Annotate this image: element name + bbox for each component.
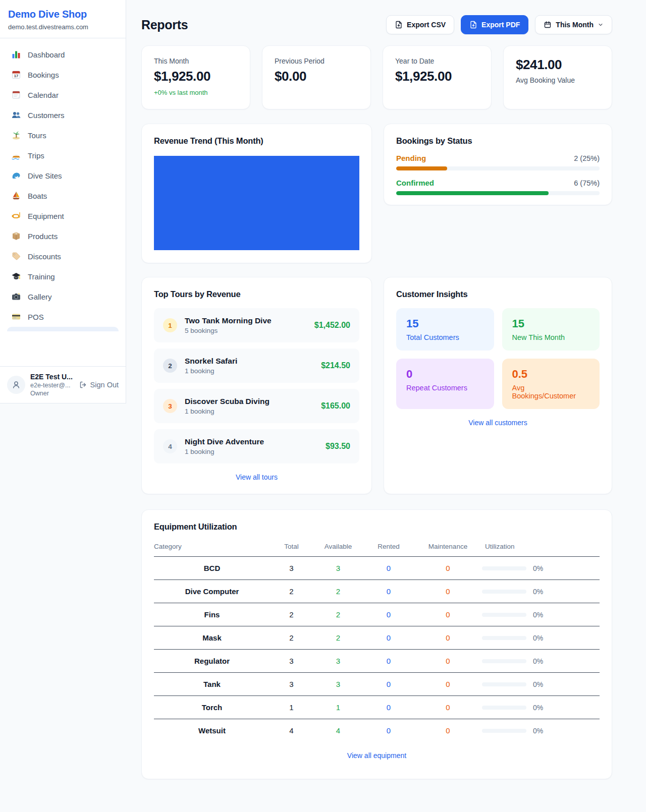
utilization-bar	[482, 729, 526, 733]
tour-row: 4 Night Dive Adventure 1 booking $93.50	[154, 429, 359, 463]
island-icon	[11, 130, 21, 140]
tour-name: Night Dive Adventure	[185, 437, 264, 446]
page-header: Reports Export CSV Export PDF This Month	[141, 15, 612, 34]
tour-amount: $214.50	[321, 361, 350, 370]
table-row: Torch 1 1 0 0 0%	[154, 696, 600, 719]
cell-utilization: 0%	[482, 696, 600, 719]
sidebar-item-label: Bookings	[28, 71, 59, 79]
stat-label: Avg Booking Value	[516, 76, 600, 84]
equipment-title: Equipment Utilization	[154, 522, 600, 532]
export-pdf-button[interactable]: Export PDF	[461, 15, 528, 34]
sidebar-item-discounts[interactable]: Discounts	[4, 246, 122, 266]
sidebar-item-customers[interactable]: Customers	[4, 105, 122, 125]
sidebar-nav: Dashboard 17 Bookings Calendar Customers…	[0, 38, 126, 366]
utilization-bar	[482, 613, 526, 617]
sidebar: Demo Dive Shop demo.test.divestreams.com…	[0, 0, 126, 403]
page-title: Reports	[141, 18, 188, 32]
sidebar-item-label: Equipment	[28, 212, 64, 220]
stat-delta: +0% vs last month	[154, 89, 238, 96]
equipment-utilization-card: Equipment Utilization Category Total Ava…	[141, 509, 612, 779]
col-header-maintenance: Maintenance	[414, 539, 482, 557]
sidebar-item-label: Training	[28, 272, 55, 281]
sidebar-item-label: Gallery	[28, 293, 52, 301]
person-icon	[11, 380, 21, 390]
sidebar-item-gallery[interactable]: Gallery	[4, 286, 122, 307]
avatar	[7, 376, 25, 394]
revenue-trend-card: Revenue Trend (This Month)	[141, 124, 372, 263]
cell-total: 2	[270, 626, 313, 650]
sign-out-label: Sign Out	[90, 381, 119, 389]
sign-out-button[interactable]: Sign Out	[79, 381, 119, 389]
insight-tile-new-this-month: 15 New This Month	[502, 308, 600, 351]
cell-maintenance: 0	[414, 603, 482, 626]
sign-out-icon	[79, 381, 87, 389]
calendar-pad-icon	[11, 90, 21, 100]
sidebar-item-pos[interactable]: POS	[4, 307, 122, 327]
header-actions: Export CSV Export PDF This Month	[386, 15, 612, 34]
view-all-customers-link[interactable]: View all customers	[468, 419, 527, 427]
col-header-category: Category	[154, 539, 270, 557]
sidebar-item-bookings[interactable]: 17 Bookings	[4, 65, 122, 85]
export-csv-button[interactable]: Export CSV	[386, 15, 454, 34]
revenue-bar-chart	[154, 156, 359, 250]
insight-label: New This Month	[512, 333, 590, 341]
tour-name: Two Tank Morning Dive	[185, 316, 272, 325]
insight-tiles: 15 Total Customers 15 New This Month 0 R…	[396, 308, 600, 409]
tour-amount: $165.00	[321, 401, 350, 411]
view-all-tours-link[interactable]: View all tours	[236, 473, 278, 481]
status-count: 2 (25%)	[574, 154, 600, 162]
table-row: Wetsuit 4 4 0 0 0%	[154, 719, 600, 742]
cell-rented: 0	[363, 626, 414, 650]
cell-rented: 0	[363, 557, 414, 580]
cell-rented: 0	[363, 673, 414, 696]
period-dropdown[interactable]: This Month	[535, 15, 612, 34]
cell-available: 2	[313, 626, 363, 650]
sailboat-icon	[11, 191, 21, 201]
sidebar-item-equipment[interactable]: Equipment	[4, 206, 122, 226]
status-count: 6 (75%)	[574, 179, 600, 187]
table-row: Dive Computer 2 2 0 0 0%	[154, 580, 600, 603]
progress-track	[396, 166, 600, 170]
sidebar-item-label: Boats	[28, 192, 47, 200]
sidebar-item-dashboard[interactable]: Dashboard	[4, 44, 122, 65]
stat-card-avg-booking-value: $241.00 Avg Booking Value	[503, 45, 612, 109]
charts-row: Revenue Trend (This Month) Bookings by S…	[141, 124, 612, 263]
people-icon	[11, 110, 21, 120]
tour-bookings: 1 booking	[185, 408, 270, 415]
cell-maintenance: 0	[414, 580, 482, 603]
tour-bookings: 5 bookings	[185, 327, 272, 334]
utilization-bar	[482, 682, 526, 686]
tour-bookings: 1 booking	[185, 448, 264, 455]
sidebar-item-dive-sites[interactable]: Dive Sites	[4, 165, 122, 186]
graduation-cap-icon	[11, 271, 21, 281]
status-label: Pending	[396, 154, 426, 162]
sidebar-item-reports-partial[interactable]	[7, 327, 119, 331]
view-all-equipment-link[interactable]: View all equipment	[347, 751, 406, 760]
cell-maintenance: 0	[414, 673, 482, 696]
user-role: Owner	[30, 390, 73, 397]
top-tours-card: Top Tours by Revenue 1 Two Tank Morning …	[141, 277, 372, 494]
bookings-by-status-card: Bookings by Status Pending 2 (25%) Confi…	[384, 124, 612, 205]
sidebar-item-trips[interactable]: Trips	[4, 145, 122, 165]
tour-name: Snorkel Safari	[185, 357, 237, 366]
insight-value: 15	[512, 317, 590, 330]
credit-card-icon	[11, 312, 21, 322]
sidebar-item-boats[interactable]: Boats	[4, 186, 122, 206]
sidebar-item-products[interactable]: Products	[4, 226, 122, 246]
cell-total: 2	[270, 603, 313, 626]
sidebar-item-tours[interactable]: Tours	[4, 125, 122, 145]
insight-value: 15	[406, 317, 484, 330]
cell-category: Mask	[154, 626, 270, 650]
sidebar-item-training[interactable]: Training	[4, 266, 122, 286]
cell-maintenance: 0	[414, 696, 482, 719]
chevron-down-icon	[598, 22, 604, 28]
cell-utilization: 0%	[482, 557, 600, 580]
cell-category: Regulator	[154, 650, 270, 673]
cell-category: BCD	[154, 557, 270, 580]
col-header-rented: Rented	[363, 539, 414, 557]
insight-tile-repeat-customers: 0 Repeat Customers	[396, 359, 494, 409]
tag-icon	[11, 251, 21, 261]
shop-name: Demo Dive Shop	[8, 9, 118, 20]
col-header-utilization: Utilization	[482, 539, 600, 557]
sidebar-item-calendar[interactable]: Calendar	[4, 85, 122, 105]
